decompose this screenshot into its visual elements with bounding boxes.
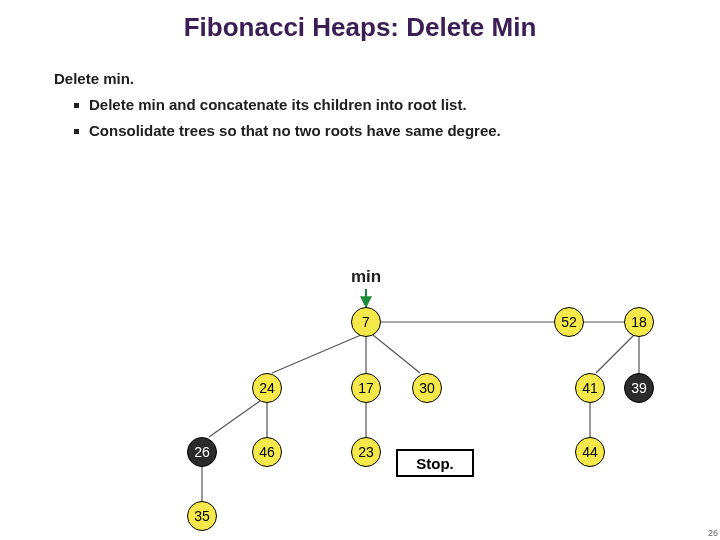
heap-node-52: 52 — [554, 307, 584, 337]
heap-node-39: 39 — [624, 373, 654, 403]
heap-node-35: 35 — [187, 501, 217, 531]
heap-node-23: 23 — [351, 437, 381, 467]
stop-box: Stop. — [396, 449, 474, 477]
heap-node-44: 44 — [575, 437, 605, 467]
page-title: Fibonacci Heaps: Delete Min — [0, 0, 720, 43]
section-subtitle: Delete min. — [54, 70, 134, 87]
heap-node-17: 17 — [351, 373, 381, 403]
heap-node-7: 7 — [351, 307, 381, 337]
heap-node-18: 18 — [624, 307, 654, 337]
bullet-item: Delete min and concatenate its children … — [74, 96, 467, 113]
heap-node-41: 41 — [575, 373, 605, 403]
heap-node-30: 30 — [412, 373, 442, 403]
bullet-item: Consolidate trees so that no two roots h… — [74, 122, 501, 139]
min-label: min — [351, 267, 381, 287]
edge — [209, 401, 260, 437]
edge — [272, 335, 361, 373]
heap-node-24: 24 — [252, 373, 282, 403]
heap-node-26: 26 — [187, 437, 217, 467]
edge — [596, 335, 634, 373]
slide-number: 26 — [708, 528, 718, 538]
heap-node-46: 46 — [252, 437, 282, 467]
edge — [373, 335, 420, 373]
stop-label: Stop. — [416, 455, 454, 472]
